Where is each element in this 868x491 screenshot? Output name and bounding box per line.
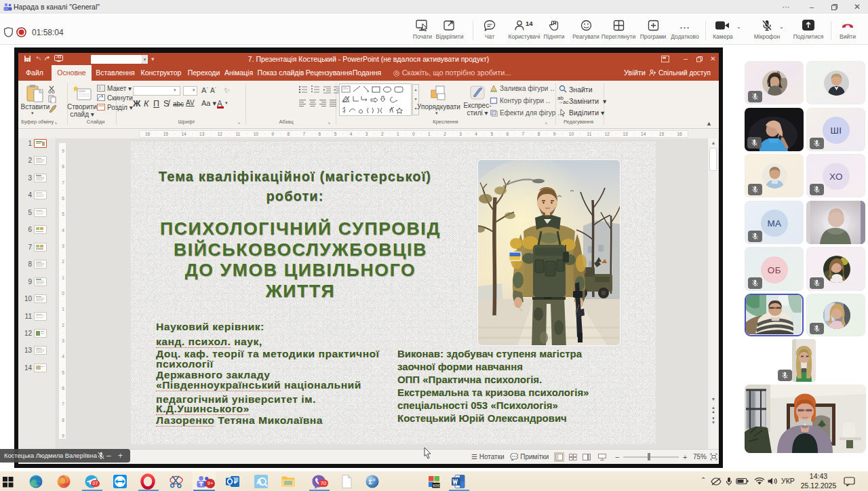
svg-text:14: 14 (526, 20, 533, 27)
svg-text:α: α (373, 477, 376, 482)
svg-text:Σ: Σ (369, 479, 373, 486)
svg-text:M365: M365 (433, 484, 441, 488)
